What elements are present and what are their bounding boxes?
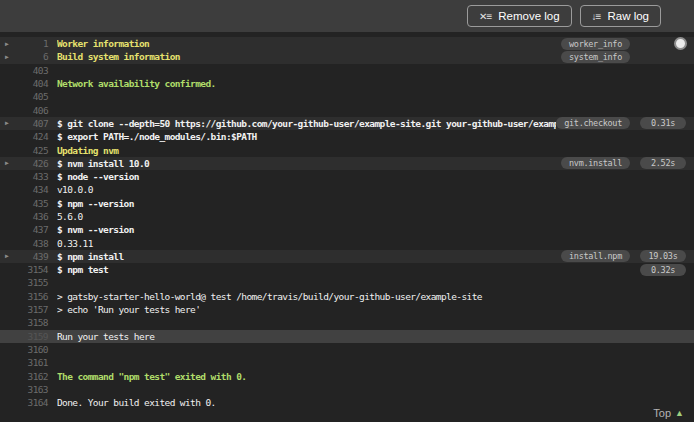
scroll-to-top-link[interactable]: Top ▲ (653, 407, 684, 419)
log-line: 424 $ export PATH=./node_modules/.bin:$P… (0, 130, 694, 143)
line-number[interactable]: 3155 (18, 277, 48, 288)
log-line-text: 0.33.11 (57, 238, 694, 249)
raw-log-label: Raw log (607, 10, 649, 22)
fold-toggle-icon[interactable]: ▶ (0, 53, 18, 61)
fold-toggle-icon[interactable]: ▶ (0, 40, 18, 48)
line-number[interactable]: 424 (18, 131, 48, 142)
log-line-text: The command "npm test" exited with 0. (57, 371, 694, 382)
log-line: 3163 (0, 383, 694, 396)
line-number[interactable]: 434 (18, 184, 48, 195)
line-number[interactable]: 403 (18, 65, 48, 76)
fold-label-badge: git.checkout (556, 117, 630, 129)
line-number[interactable]: 3158 (18, 317, 48, 328)
log-line: 435 $ npm --version (0, 197, 694, 210)
line-number[interactable]: 3163 (18, 384, 48, 395)
line-number[interactable]: 407 (18, 118, 48, 129)
log-line-badges: system_info (561, 51, 686, 63)
chevron-up-icon: ▲ (675, 408, 684, 418)
line-number[interactable]: 6 (18, 51, 48, 62)
log-line: 405 (0, 90, 694, 103)
line-number[interactable]: 425 (18, 145, 48, 156)
line-number[interactable]: 439 (18, 251, 48, 262)
log-line: ▶ 439 $ npm install install.npm 19.03s (0, 250, 694, 263)
log-line-text: $ nvm install 10.0 (57, 158, 561, 169)
log-line-text: Done. Your build exited with 0. (57, 397, 694, 408)
duration-badge: 19.03s (640, 250, 686, 262)
log-line-text: 5.6.0 (57, 211, 694, 222)
log-line-text: Worker information (57, 38, 561, 49)
line-number[interactable]: 437 (18, 224, 48, 235)
line-number[interactable]: 404 (18, 78, 48, 89)
line-number[interactable]: 436 (18, 211, 48, 222)
line-number[interactable]: 3160 (18, 344, 48, 355)
log-line: 434 v10.0.0 (0, 183, 694, 196)
line-number[interactable]: 3159 (18, 331, 48, 342)
log-line: 403 (0, 64, 694, 77)
log-line: 437 $ nvm --version (0, 223, 694, 236)
log-line-text: $ nvm --version (57, 224, 694, 235)
log-line: 404 Network availability confirmed. (0, 77, 694, 90)
fold-toggle-icon[interactable]: ▶ (0, 252, 18, 260)
remove-log-label: Remove log (498, 10, 559, 22)
log-line: 3155 (0, 276, 694, 289)
top-link-label: Top (653, 407, 671, 419)
log-line-text: > echo 'Run your tests here' (57, 304, 694, 315)
line-number[interactable]: 3157 (18, 304, 48, 315)
log-line: ▶ 1 Worker information worker_info (0, 37, 694, 50)
line-number[interactable]: 3156 (18, 291, 48, 302)
log-line: 3164 Done. Your build exited with 0. (0, 396, 694, 409)
log-line: 3157 > echo 'Run your tests here' (0, 303, 694, 316)
log-line-text: > gatsby-starter-hello-world@ test /home… (57, 291, 694, 302)
log-line: 3159 Run your tests here (0, 330, 694, 343)
fold-label-badge: install.npm (561, 250, 630, 262)
log-line-text: Build system information (57, 51, 561, 62)
log-line-text: v10.0.0 (57, 184, 694, 195)
log-line: 3161 (0, 356, 694, 369)
log-line-text: Run your tests here (57, 331, 694, 342)
log-line-text: $ node --version (57, 171, 694, 182)
log-line: 3162 The command "npm test" exited with … (0, 369, 694, 382)
line-number[interactable]: 3164 (18, 397, 48, 408)
line-number[interactable]: 406 (18, 105, 48, 116)
log-line-text: $ npm --version (57, 198, 694, 209)
fold-toggle-icon[interactable]: ▶ (0, 119, 18, 127)
log-line: 436 5.6.0 (0, 210, 694, 223)
line-number[interactable]: 405 (18, 91, 48, 102)
log-toolbar: ✕≡ Remove log ↓≡ Raw log (0, 0, 694, 32)
duration-badge: 0.31s (640, 117, 686, 129)
remove-log-icon: ✕≡ (479, 11, 491, 22)
log-line-text: $ git clone --depth=50 https://github.co… (57, 118, 556, 129)
line-number[interactable]: 3162 (18, 371, 48, 382)
log-line: ▶ 407 $ git clone --depth=50 https://git… (0, 117, 694, 130)
raw-log-icon: ↓≡ (592, 11, 601, 22)
log-line: ▶ 6 Build system information system_info (0, 50, 694, 63)
log-line-badges: worker_info (561, 38, 686, 50)
duration-badge: 2.52s (640, 157, 686, 169)
log-line: 3158 (0, 316, 694, 329)
log-line: 3154 $ npm test 0.32s (0, 263, 694, 276)
line-number[interactable]: 435 (18, 198, 48, 209)
line-number[interactable]: 438 (18, 238, 48, 249)
log-line: 406 (0, 103, 694, 116)
log-line: 438 0.33.11 (0, 236, 694, 249)
line-number[interactable]: 3161 (18, 357, 48, 368)
fold-label-badge: system_info (561, 51, 630, 63)
log-line-badges: 0.32s (640, 264, 686, 276)
remove-log-button[interactable]: ✕≡ Remove log (467, 5, 572, 27)
scroll-knob[interactable] (674, 37, 687, 50)
line-number[interactable]: 3154 (18, 264, 48, 275)
log-line: 425 Updating nvm (0, 143, 694, 156)
log-line-text: $ export PATH=./node_modules/.bin:$PATH (57, 131, 694, 142)
build-log: ▶ 1 Worker information worker_info ▶ 6 B… (0, 32, 694, 422)
fold-toggle-icon[interactable]: ▶ (0, 159, 18, 167)
raw-log-button[interactable]: ↓≡ Raw log (580, 5, 661, 27)
log-line: 433 $ node --version (0, 170, 694, 183)
fold-label-badge: worker_info (561, 38, 630, 50)
line-number[interactable]: 433 (18, 171, 48, 182)
log-line: 3156 > gatsby-starter-hello-world@ test … (0, 290, 694, 303)
log-line-text: Updating nvm (57, 145, 694, 156)
line-number[interactable]: 1 (18, 38, 48, 49)
log-line-text: $ npm install (57, 251, 561, 262)
log-line-badges: install.npm 19.03s (561, 250, 686, 262)
line-number[interactable]: 426 (18, 158, 48, 169)
